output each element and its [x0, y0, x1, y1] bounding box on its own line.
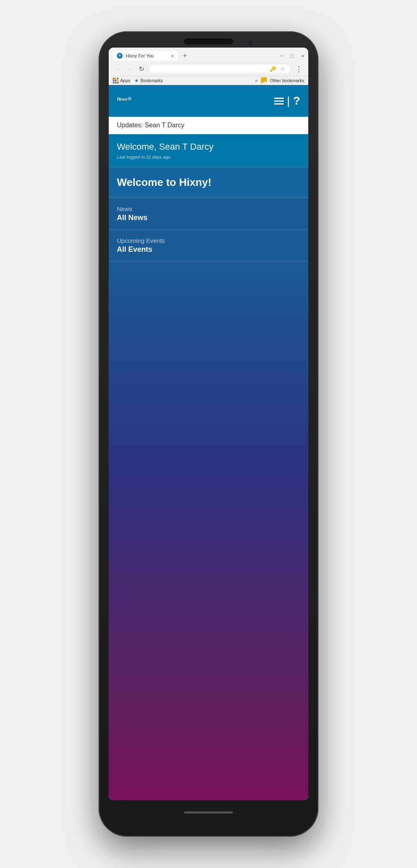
address-icons: 🔑 ☆ [270, 66, 285, 72]
logo-trademark: ® [127, 96, 132, 102]
hamburger-line-3 [274, 103, 284, 105]
phone-bottom [184, 800, 233, 824]
updates-text: Updates: Sean T Darcy [117, 122, 184, 129]
hamburger-line-2 [274, 100, 284, 102]
help-button[interactable]: ? [293, 94, 300, 107]
bookmarks-bar: Apps ★ Bookmarks » Other bookmarks [109, 76, 308, 85]
maximize-button[interactable]: □ [291, 53, 294, 59]
star-bookmark-icon[interactable]: ☆ [280, 66, 285, 72]
welcome-section: Welcome, Sean T Darcy Last logged in 21 … [109, 134, 308, 167]
tab-close-button[interactable]: × [171, 53, 174, 59]
address-input[interactable]: 🔑 ☆ [148, 64, 291, 74]
browser-titlebar: ® Hixny For You × + − □ × [109, 48, 308, 62]
browser-addressbar: ← → ↻ 🔑 ☆ ⋮ [109, 62, 308, 76]
bookmarks-label: Bookmarks [140, 78, 163, 83]
hixny-logo: Hixny® [117, 92, 132, 109]
all-events-link[interactable]: All Events [117, 245, 300, 254]
bookmarks-item[interactable]: ★ Bookmarks [134, 78, 163, 83]
window-controls: − □ × [280, 53, 304, 59]
phone-device: ® Hixny For You × + − □ × ← → ↻ [99, 31, 318, 837]
news-label: News [117, 205, 300, 212]
star-icon: ★ [134, 78, 139, 83]
events-label: Upcoming Events [117, 237, 300, 244]
last-logged-text: Last logged in 21 days ago [117, 155, 300, 159]
browser-chrome: ® Hixny For You × + − □ × ← → ↻ [109, 48, 308, 85]
forward-button[interactable]: → [125, 65, 135, 74]
phone-speaker [184, 39, 233, 44]
tab-title: Hixny For You [126, 53, 167, 58]
hixny-header: Hixny® | ? [109, 85, 308, 117]
hamburger-line-1 [274, 98, 284, 99]
apps-bookmark[interactable]: Apps [113, 78, 130, 83]
new-tab-button[interactable]: + [180, 52, 191, 60]
header-controls: | ? [274, 94, 300, 107]
welcome-hixny-section: Welcome to Hixny! [109, 167, 308, 198]
close-button[interactable]: × [301, 53, 304, 59]
website-content: Hixny® | ? Updates: Sean T Darcy [109, 85, 308, 800]
home-indicator [184, 811, 233, 813]
gradient-background [109, 262, 308, 800]
phone-screen: ® Hixny For You × + − □ × ← → ↻ [109, 48, 308, 800]
browser-menu-button[interactable]: ⋮ [294, 65, 304, 74]
reload-button[interactable]: ↻ [137, 64, 146, 74]
minimize-button[interactable]: − [280, 53, 283, 59]
back-button[interactable]: ← [113, 65, 123, 74]
header-divider: | [287, 95, 290, 107]
apps-grid-icon [113, 78, 119, 83]
tab-favicon: ® [117, 53, 123, 59]
all-news-link[interactable]: All News [117, 214, 300, 222]
welcome-name: Welcome, Sean T Darcy [117, 142, 300, 152]
logo-text: Hixny [117, 97, 127, 101]
other-bookmarks[interactable]: » Other bookmarks [255, 77, 305, 84]
chevron-icon: » [255, 78, 258, 83]
other-bookmarks-label: Other bookmarks [270, 78, 304, 83]
phone-camera [248, 40, 253, 46]
phone-reflection [127, 845, 290, 868]
apps-label: Apps [120, 78, 130, 83]
hamburger-menu-button[interactable] [274, 98, 284, 105]
news-section[interactable]: News All News [109, 198, 308, 230]
phone-top-bar [99, 31, 318, 48]
other-bookmarks-icon [261, 77, 267, 84]
browser-tab[interactable]: ® Hixny For You × [113, 51, 178, 61]
welcome-hixny-title: Welcome to Hixny! [117, 176, 300, 189]
key-icon: 🔑 [270, 66, 276, 72]
updates-bar: Updates: Sean T Darcy [109, 117, 308, 134]
events-section[interactable]: Upcoming Events All Events [109, 230, 308, 262]
